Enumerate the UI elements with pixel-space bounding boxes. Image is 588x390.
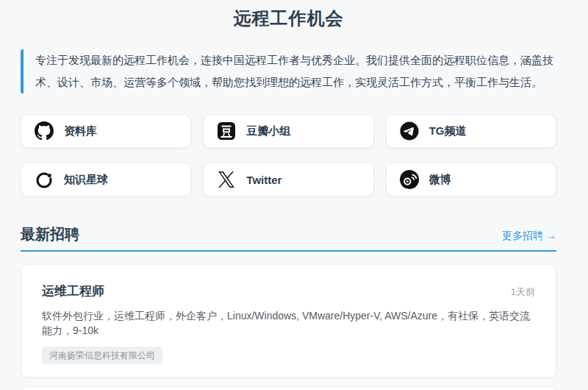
- page-title: 远程工作机会: [21, 7, 556, 30]
- page-container: 远程工作机会 专注于发现最新的远程工作机会，连接中国远程工作者与优秀企业。我们提…: [21, 7, 556, 390]
- job-date: 1天前: [511, 286, 535, 299]
- more-jobs-link[interactable]: 更多招聘 →: [502, 227, 556, 244]
- link-card-telegram[interactable]: TG频道: [386, 114, 556, 148]
- job-card[interactable]: 运维工程师 1天前 软件外包行业，运维工程师，外企客户，Linux/Window…: [21, 264, 556, 377]
- link-card-zsxq[interactable]: 知识星球: [21, 163, 191, 196]
- weibo-icon: [400, 170, 419, 189]
- link-label: 知识星球: [64, 173, 108, 187]
- link-label: Twitter: [246, 174, 282, 186]
- company-tag: 河南扬荣信息科技有限公司: [42, 347, 162, 364]
- job-card-header: 运维工程师 1天前: [42, 283, 535, 299]
- latest-jobs-header: 最新招聘 更多招聘 →: [21, 224, 556, 252]
- zsxq-icon: [35, 170, 54, 189]
- section-title-latest-jobs: 最新招聘: [21, 224, 79, 244]
- links-grid: 资料库 豆瓣小组 TG频道: [21, 114, 556, 196]
- job-card[interactable]: 物流操作跟单专家 1天前: [21, 386, 556, 390]
- link-card-github[interactable]: 资料库: [21, 114, 191, 148]
- link-card-douban[interactable]: 豆瓣小组: [203, 114, 373, 148]
- job-title: 运维工程师: [42, 283, 104, 299]
- github-icon: [35, 121, 54, 141]
- link-card-weibo[interactable]: 微博: [386, 163, 556, 196]
- link-label: TG频道: [429, 124, 467, 138]
- link-label: 微博: [429, 173, 451, 187]
- link-label: 资料库: [64, 124, 97, 138]
- intro-text: 专注于发现最新的远程工作机会，连接中国远程工作者与优秀企业。我们提供全面的远程职…: [21, 49, 556, 93]
- link-label: 豆瓣小组: [246, 124, 290, 138]
- link-card-twitter[interactable]: Twitter: [203, 163, 373, 196]
- telegram-icon: [400, 121, 419, 141]
- douban-icon: [217, 121, 236, 141]
- job-description: 软件外包行业，运维工程师，外企客户，Linux/Windows, VMware/…: [42, 308, 535, 338]
- x-icon: [217, 170, 236, 189]
